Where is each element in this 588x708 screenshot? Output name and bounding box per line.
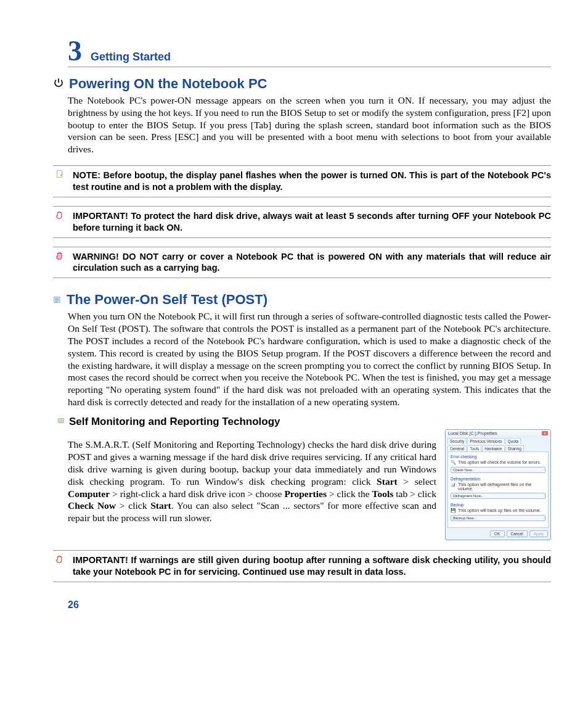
group-defrag: Defragmentation [451,477,545,481]
section-heading-post: The Power-On Self Test (POST) [53,292,551,308]
ok-button: OK [490,530,504,537]
defrag-icon: 📊 [451,482,456,487]
hand-warning-icon [53,251,67,262]
group-error-checking: Error-checking [451,455,545,459]
hand-icon [53,554,67,566]
section2-body: When you turn ON the Notebook PC, it wil… [68,310,551,408]
chapter-number: 3 [68,37,82,65]
chapter-header: 3 Getting Started [68,37,551,67]
check-now-button: Check Now... [451,467,545,473]
tab-sharing: Sharing [505,445,524,451]
important2-text: IMPORTANT! If warnings are still given d… [73,554,551,578]
svg-rect-0 [57,171,62,178]
svg-point-3 [60,419,62,422]
note-callout: NOTE: Before bootup, the display panel f… [53,165,551,197]
warning-callout: WARNING! DO NOT carry or cover a Noteboo… [53,247,551,279]
tab-tools: Tools [467,445,481,451]
note-icon [53,170,67,178]
disk-icon [57,416,65,428]
group-backup: Backup [451,503,545,507]
warning-text: WARNING! DO NOT carry or cover a Noteboo… [73,251,551,274]
sub-heading-smart: Self Monitoring and Reporting Technology [57,416,551,428]
important-callout-1: IMPORTANT! To protect the hard disk driv… [53,206,551,238]
smart-body: The S.M.A.R.T. (Self Monitoring and Repo… [68,438,436,524]
sub-heading-text: Self Monitoring and Reporting Technology [69,416,280,428]
note-text: NOTE: Before bootup, the display panel f… [73,170,551,193]
properties-dialog-screenshot: Local Disk (C:) Properties × Security Pr… [445,429,551,540]
close-icon: × [542,431,548,435]
important1-text: IMPORTANT! To protect the hard disk driv… [73,210,551,234]
tab-previous-versions: Previous Versions [467,438,504,444]
tab-security: Security [447,438,467,444]
page-number: 26 [68,599,551,611]
tab-quota: Quota [505,438,521,444]
heading-text: The Power-On Self Test (POST) [67,292,267,308]
important-callout-2: IMPORTANT! If warnings are still given d… [53,550,551,582]
power-icon [53,76,64,92]
hand-icon [53,210,67,221]
dialog-title-text: Local Disk (C:) Properties [448,431,497,435]
tab-hardware: Hardware [482,445,504,451]
section1-body: The Notebook PC's power-ON message appea… [68,94,551,155]
apply-button: Apply [529,530,548,537]
checklist-icon [53,292,62,308]
backup-icon: 💾 [451,508,456,513]
defragment-now-button: Defragment Now... [451,493,545,499]
heading-text: Powering ON the Notebook PC [69,76,267,92]
section-heading-powering-on: Powering ON the Notebook PC [53,76,551,92]
cancel-button: Cancel [507,530,528,537]
backup-now-button: Backup Now... [451,515,545,521]
disk-check-icon: 🔍 [451,460,456,465]
tab-general: General [447,445,467,451]
chapter-title: Getting Started [91,51,171,64]
